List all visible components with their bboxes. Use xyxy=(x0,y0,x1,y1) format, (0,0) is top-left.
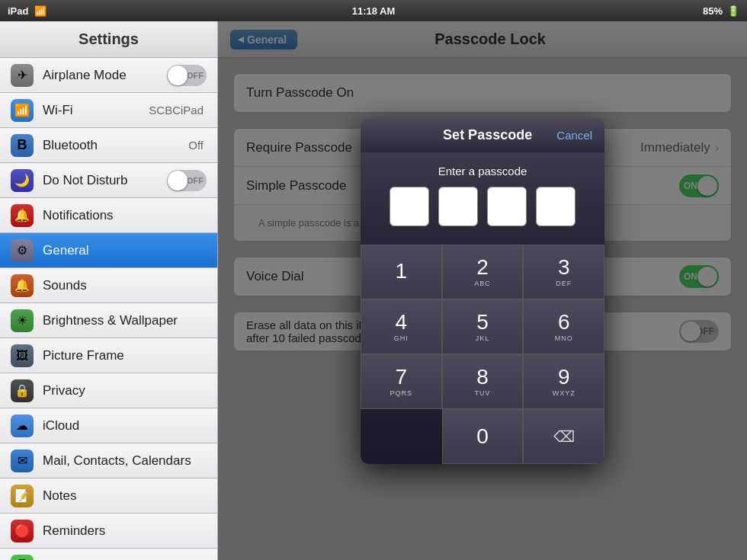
privacy-icon: 🔒 xyxy=(11,379,34,402)
numpad-key-8[interactable]: 8 TUV xyxy=(442,354,524,409)
numpad: 1 2 ABC 3 DEF 4 xyxy=(361,245,604,464)
status-time: 11:18 AM xyxy=(352,5,396,17)
delete-icon: ⌫ xyxy=(553,427,575,446)
sidebar-header: Settings xyxy=(0,21,217,58)
general-icon: ⚙ xyxy=(11,239,34,262)
numpad-key-6[interactable]: 6 MNO xyxy=(523,299,604,354)
passcode-box-1 xyxy=(390,187,429,226)
donotdisturb-label: Do Not Disturb xyxy=(43,173,167,188)
battery-icon: 🔋 xyxy=(727,5,739,17)
sidebar-item-notes[interactable]: 📝 Notes xyxy=(0,478,217,514)
wifi-value: SCBCiPad xyxy=(149,104,204,117)
numpad-row-2: 4 GHI 5 JKL 6 MNO xyxy=(361,299,604,354)
numpad-row-1: 1 2 ABC 3 DEF xyxy=(361,245,604,299)
bluetooth-label: Bluetooth xyxy=(43,138,188,153)
status-left: iPad 📶 xyxy=(8,5,46,17)
sidebar-item-airplane-mode[interactable]: ✈ Airplane Mode OFF xyxy=(0,58,217,93)
mail-label: Mail, Contacts, Calendars xyxy=(43,453,207,469)
pictureframe-label: Picture Frame xyxy=(43,348,207,363)
numpad-key-1[interactable]: 1 xyxy=(361,245,442,299)
icloud-label: iCloud xyxy=(43,418,207,434)
bluetooth-value: Off xyxy=(188,139,204,152)
general-label: General xyxy=(43,243,207,258)
numpad-row-4: 0 ⌫ xyxy=(361,409,604,464)
sidebar-item-notifications[interactable]: 🔔 Notifications xyxy=(0,198,217,233)
wifi-icon: 📶 xyxy=(11,99,34,122)
sidebar-item-icloud[interactable]: ☁ iCloud xyxy=(0,408,217,443)
sidebar-item-picture-frame[interactable]: 🖼 Picture Frame xyxy=(0,338,217,373)
airplane-label: Airplane Mode xyxy=(43,68,167,83)
notifications-icon: 🔔 xyxy=(11,204,34,227)
overlay[interactable]: Set Passcode Cancel Enter a passcode xyxy=(218,21,747,560)
sidebar-item-general[interactable]: ⚙ General xyxy=(0,233,217,268)
sidebar-item-privacy[interactable]: 🔒 Privacy xyxy=(0,373,217,408)
passcode-dialog: Set Passcode Cancel Enter a passcode xyxy=(361,118,604,464)
sidebar-item-messages[interactable]: 💬 Messages xyxy=(0,549,217,560)
numpad-key-4[interactable]: 4 GHI xyxy=(361,299,442,354)
numpad-key-7[interactable]: 7 PQRS xyxy=(361,354,442,409)
sidebar-item-bluetooth[interactable]: B Bluetooth Off xyxy=(0,128,217,163)
sidebar-item-do-not-disturb[interactable]: 🌙 Do Not Disturb OFF xyxy=(0,163,217,198)
sidebar-item-mail[interactable]: ✉ Mail, Contacts, Calendars xyxy=(0,443,217,478)
sidebar-item-reminders[interactable]: 🔴 Reminders xyxy=(0,514,217,549)
status-bar: iPad 📶 11:18 AM 85% 🔋 xyxy=(0,0,747,21)
main-layout: Settings ✈ Airplane Mode OFF 📶 Wi-Fi SCB… xyxy=(0,21,747,560)
numpad-key-9[interactable]: 9 WXYZ xyxy=(523,354,604,409)
mail-icon: ✉ xyxy=(11,450,34,472)
dialog-title: Set Passcode xyxy=(418,127,556,143)
dialog-prompt: Enter a passcode xyxy=(373,165,592,178)
numpad-key-5[interactable]: 5 JKL xyxy=(442,299,524,354)
wifi-status-icon: 📶 xyxy=(34,5,46,17)
airplane-icon: ✈ xyxy=(11,64,34,87)
numpad-key-3[interactable]: 3 DEF xyxy=(523,245,604,299)
brightness-icon: ☀ xyxy=(11,309,34,332)
passcode-box-3 xyxy=(487,187,527,226)
notes-icon: 📝 xyxy=(11,485,34,507)
notifications-label: Notifications xyxy=(43,208,207,223)
bluetooth-icon: B xyxy=(11,134,34,157)
dialog-body: Enter a passcode xyxy=(361,152,604,245)
numpad-key-delete[interactable]: ⌫ xyxy=(523,409,604,464)
notes-label: Notes xyxy=(43,488,207,504)
reminders-icon: 🔴 xyxy=(11,520,34,542)
donotdisturb-toggle[interactable]: OFF xyxy=(167,170,207,191)
passcode-box-4 xyxy=(536,187,575,226)
pictureframe-icon: 🖼 xyxy=(11,344,34,367)
wifi-label: Wi-Fi xyxy=(43,103,149,118)
icloud-icon: ☁ xyxy=(11,414,34,437)
sounds-icon: 🔔 xyxy=(11,274,34,297)
sidebar-item-brightness[interactable]: ☀ Brightness & Wallpaper xyxy=(0,303,217,338)
sounds-label: Sounds xyxy=(43,278,207,293)
numpad-key-2[interactable]: 2 ABC xyxy=(442,245,524,299)
passcode-box-2 xyxy=(438,187,478,226)
cancel-button[interactable]: Cancel xyxy=(556,129,592,142)
status-right: 85% 🔋 xyxy=(703,5,739,17)
numpad-key-0[interactable]: 0 xyxy=(442,409,524,464)
messages-icon: 💬 xyxy=(11,555,34,561)
sidebar-item-wifi[interactable]: 📶 Wi-Fi SCBCiPad xyxy=(0,93,217,128)
sidebar-item-sounds[interactable]: 🔔 Sounds xyxy=(0,268,217,303)
donotdisturb-icon: 🌙 xyxy=(11,169,34,192)
ipad-label: iPad xyxy=(8,5,28,17)
battery-label: 85% xyxy=(703,5,723,17)
privacy-label: Privacy xyxy=(43,383,207,398)
dialog-header: Set Passcode Cancel xyxy=(361,118,604,152)
numpad-row-3: 7 PQRS 8 TUV 9 WXYZ xyxy=(361,354,604,409)
numpad-key-empty xyxy=(361,409,442,464)
airplane-toggle[interactable]: OFF xyxy=(167,65,207,86)
brightness-label: Brightness & Wallpaper xyxy=(43,313,207,328)
content-area: General Passcode Lock Turn Passcode On R… xyxy=(218,21,747,560)
sidebar: Settings ✈ Airplane Mode OFF 📶 Wi-Fi SCB… xyxy=(0,21,218,560)
passcode-boxes xyxy=(373,187,592,226)
reminders-label: Reminders xyxy=(43,523,207,539)
